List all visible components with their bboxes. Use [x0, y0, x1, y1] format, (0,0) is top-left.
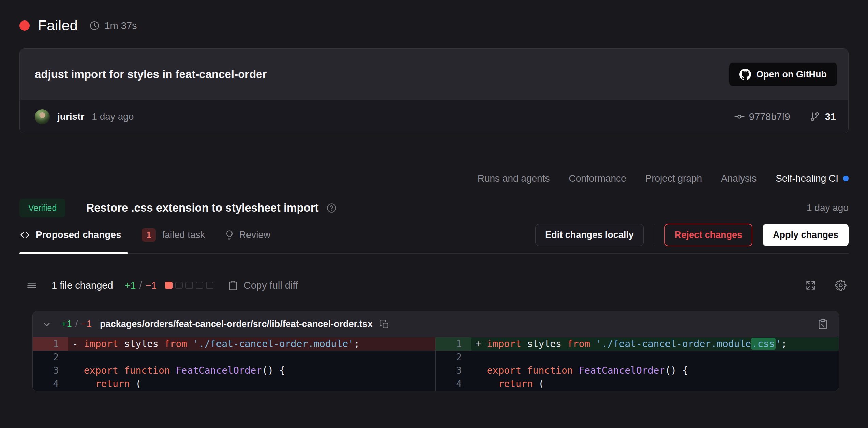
git-commit-icon	[734, 111, 745, 122]
commit-meta-row: juristr 1 day ago 9778b7f9 31	[20, 100, 848, 133]
file-diff-stat: +1 / −1	[61, 319, 92, 329]
apply-changes-button[interactable]: Apply changes	[763, 224, 849, 246]
commit-hash: 9778b7f9	[749, 111, 790, 123]
line-number: 4	[436, 377, 471, 390]
nav-conformance[interactable]: Conformance	[569, 173, 626, 184]
diff-stat-summary: +1 / −1	[125, 280, 157, 291]
nav-self-healing-ci[interactable]: Self-healing CI	[776, 173, 849, 184]
line-number: 1	[436, 337, 471, 351]
file-deletions-count: −1	[81, 319, 92, 329]
gear-icon[interactable]	[835, 280, 847, 291]
clipboard-icon	[228, 280, 238, 291]
file-stat-separator: /	[75, 319, 78, 329]
run-duration: 1m 37s	[104, 20, 137, 31]
code-content	[68, 351, 435, 364]
diff-pane-before: 1- import styles from './feat-cancel-ord…	[33, 337, 436, 391]
nav-self-healing-ci-label: Self-healing CI	[776, 173, 838, 184]
line-number: 2	[33, 351, 68, 364]
diff-file-header: +1 / −1 packages/orders/feat-cancel-orde…	[33, 311, 839, 337]
help-icon[interactable]	[326, 203, 337, 213]
commit-hash-group[interactable]: 9778b7f9	[734, 111, 790, 123]
branch-count: 31	[825, 111, 836, 123]
code-icon	[19, 229, 30, 240]
diffstat-square-empty	[206, 282, 213, 289]
code-content	[471, 351, 839, 364]
line-number: 3	[436, 364, 471, 377]
fix-tabs-row: Proposed changes 1 failed task Review Ed…	[19, 224, 849, 245]
github-icon	[739, 69, 751, 80]
commit-message: adjust import for styles in feat-cancel-…	[35, 68, 267, 81]
tab-proposed-changes-label: Proposed changes	[36, 229, 121, 240]
diff-split-view: 1- import styles from './feat-cancel-ord…	[33, 337, 839, 391]
run-status-header: Failed 1m 37s	[19, 16, 849, 35]
tab-review-label: Review	[239, 229, 271, 240]
code-content: return (	[68, 377, 435, 390]
additions-count: +1	[125, 280, 136, 291]
deletions-count: −1	[146, 280, 157, 291]
code-line: 2	[436, 351, 839, 364]
fix-section-header: Verified Restore .css extension to style…	[19, 198, 849, 218]
code-content: + import styles from './feat-cancel-orde…	[471, 337, 839, 351]
diffstat-squares	[165, 282, 213, 289]
code-content: export function FeatCancelOrder() {	[68, 364, 435, 377]
diffstat-square-filled	[165, 282, 173, 289]
verified-badge: Verified	[19, 199, 65, 217]
line-number: 1	[33, 337, 68, 351]
code-line: 4 return (	[33, 377, 435, 390]
code-content: return (	[471, 377, 839, 390]
chevron-down-icon[interactable]	[42, 319, 52, 329]
author-name: juristr	[57, 111, 84, 122]
run-status-label: Failed	[38, 17, 78, 34]
commit-card: adjust import for styles in feat-cancel-…	[19, 48, 849, 133]
branch-count-group[interactable]: 31	[809, 111, 836, 123]
active-tab-indicator	[19, 252, 128, 254]
failed-task-count-badge: 1	[142, 228, 156, 242]
diff-file-card: +1 / −1 packages/orders/feat-cancel-orde…	[32, 311, 839, 391]
open-on-github-label: Open on GitHub	[756, 69, 827, 80]
lightbulb-icon	[224, 230, 235, 240]
fix-title: Restore .css extension to stylesheet imp…	[86, 201, 318, 214]
diffstat-square-empty	[196, 282, 203, 289]
line-number: 4	[33, 377, 68, 390]
workspace-nav: Runs and agents Conformance Project grap…	[19, 172, 849, 185]
file-path: packages/orders/feat-cancel-order/src/li…	[100, 319, 373, 329]
fix-actions: Edit changes locally Reject changes Appl…	[535, 224, 849, 246]
author-avatar[interactable]	[35, 109, 50, 124]
file-list-menu-icon[interactable]	[26, 280, 37, 291]
tab-review[interactable]: Review	[224, 229, 271, 240]
actions-divider	[654, 226, 654, 244]
failed-status-icon	[19, 20, 30, 31]
tab-proposed-changes[interactable]: Proposed changes	[19, 229, 121, 240]
open-on-github-button[interactable]: Open on GitHub	[729, 62, 837, 86]
code-line: 3 export function FeatCancelOrder() {	[33, 364, 435, 377]
code-content: export function FeatCancelOrder() {	[471, 364, 839, 377]
commit-meta-right: 9778b7f9 31	[734, 111, 836, 123]
diffstat-square-empty	[175, 282, 183, 289]
diff-pane-after: 1+ import styles from './feat-cancel-ord…	[436, 337, 839, 391]
tab-failed-task-label: failed task	[162, 229, 205, 240]
line-number: 3	[33, 364, 68, 377]
diff-toolbar-right	[805, 280, 847, 291]
notification-dot	[843, 176, 849, 181]
reject-changes-button[interactable]: Reject changes	[664, 224, 752, 246]
file-additions-count: +1	[61, 319, 72, 329]
stat-separator: /	[139, 280, 142, 291]
edit-changes-locally-button[interactable]: Edit changes locally	[535, 224, 644, 246]
tab-failed-task[interactable]: 1 failed task	[142, 228, 205, 242]
commit-title-row: adjust import for styles in feat-cancel-…	[20, 49, 848, 100]
copy-full-diff-label: Copy full diff	[244, 280, 298, 291]
nav-project-graph[interactable]: Project graph	[645, 173, 702, 184]
diffstat-square-empty	[185, 282, 193, 289]
clock-icon	[89, 20, 100, 31]
self-healing-ci-page: Failed 1m 37s adjust import for styles i…	[0, 0, 868, 428]
fix-timestamp: 1 day ago	[807, 202, 849, 213]
expand-fullscreen-icon[interactable]	[805, 280, 817, 291]
copy-file-diff-icon[interactable]	[817, 318, 828, 330]
commit-timestamp: 1 day ago	[92, 111, 134, 122]
nav-analysis[interactable]: Analysis	[721, 173, 757, 184]
code-line: 3 export function FeatCancelOrder() {	[436, 364, 839, 377]
tabs-underline	[19, 252, 849, 254]
copy-full-diff-button[interactable]: Copy full diff	[228, 280, 298, 291]
nav-runs-and-agents[interactable]: Runs and agents	[478, 173, 550, 184]
copy-file-path-icon[interactable]	[379, 319, 389, 329]
